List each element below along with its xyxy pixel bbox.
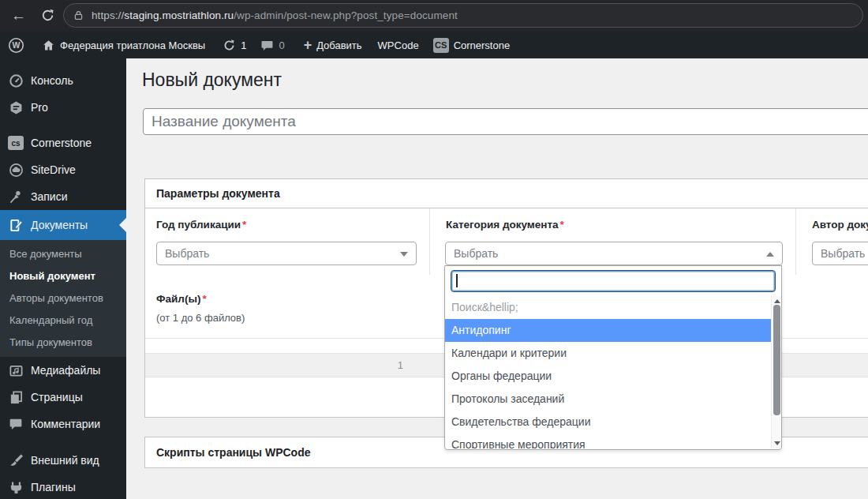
updates-icon	[223, 39, 236, 52]
sidebar-item-label: Записи	[31, 190, 67, 203]
dropdown-search	[451, 270, 776, 292]
column-divider	[795, 208, 796, 275]
chevron-down-icon	[400, 252, 408, 257]
author-select-placeholder: Выбрать	[821, 247, 865, 260]
files-field-label: Файл(ы)*	[156, 293, 207, 305]
sidebar-item-label: Документы	[31, 219, 88, 231]
dropdown-option-sport-events[interactable]: Спортивные мероприятия	[445, 433, 771, 448]
url-scheme: https://	[92, 9, 124, 21]
sidebar-item-label: Медиафайлы	[31, 364, 100, 377]
submenu-item-new-document[interactable]: Новый документ	[0, 265, 126, 287]
plus-icon: +	[304, 39, 312, 51]
url-text: https://staging.mostriathlon.ru/wp-admin…	[92, 9, 458, 21]
pages-icon	[8, 389, 24, 405]
category-select-placeholder: Выбрать	[454, 247, 498, 260]
sidebar-item-label: Страницы	[31, 391, 83, 403]
sidebar-item-pro[interactable]: Pro	[0, 94, 126, 121]
adminbar-cornerstone[interactable]: CS Cornerstone	[433, 38, 511, 53]
sidebar-item-cornerstone[interactable]: cs Cornerstone	[0, 129, 126, 156]
add-new-label: Добавить	[316, 39, 361, 51]
dropdown-option-antidoping[interactable]: Антидопинг	[445, 319, 771, 342]
sidebar-item-pages[interactable]: Страницы	[0, 384, 126, 411]
sidebar-item-label: Консоль	[31, 74, 73, 87]
dropdown-search-input[interactable]	[451, 270, 776, 292]
sidebar-separator	[0, 121, 126, 129]
comments-bubble-icon	[8, 416, 24, 432]
required-mark: *	[560, 219, 564, 231]
files-field-hint: (от 1 до 6 файлов)	[156, 312, 245, 324]
document-edit-icon	[8, 217, 24, 233]
dropdown-option-search-placeholder[interactable]: Поиск&hellip;	[445, 296, 771, 319]
submenu-item-calendar-year[interactable]: Календарный год	[0, 310, 126, 332]
cornerstone-cs-icon: cs	[8, 135, 24, 151]
sidebar-item-appearance[interactable]: Внешний вид	[0, 447, 126, 474]
svg-text:W: W	[13, 40, 21, 50]
dropdown-option-meeting-protocols[interactable]: Протоколы заседаний	[445, 388, 771, 411]
sidebar-item-label: Внешний вид	[31, 454, 99, 467]
sidebar-item-label: SiteDrive	[31, 163, 76, 176]
browser-chrome: ← https://staging.mostriathlon.ru/wp-adm…	[0, 0, 868, 32]
page-title: Новый документ	[142, 69, 282, 91]
sidebar-item-label: Плагины	[31, 481, 76, 493]
pushpin-icon	[8, 189, 24, 204]
lock-icon	[73, 9, 84, 21]
url-path: /wp-admin/post-new.php?post_type=documen…	[234, 9, 458, 21]
wp-admin-bar: W Федерация триатлона Москвы 1 0 + Добав…	[0, 32, 868, 58]
sidebar-item-dashboard[interactable]: Консоль	[0, 67, 126, 94]
dropdown-options-list: Поиск&hellip; Антидопинг Календари и кри…	[445, 296, 771, 448]
documents-submenu: Все документы Новый документ Авторы доку…	[0, 240, 126, 357]
cornerstone-label: Cornerstone	[454, 39, 511, 51]
sidebar-item-posts[interactable]: Записи	[0, 183, 126, 210]
media-icon	[8, 362, 24, 378]
plugin-icon	[8, 479, 24, 495]
author-select[interactable]: Выбрать	[812, 242, 868, 265]
submenu-item-all-documents[interactable]: Все документы	[0, 243, 126, 265]
dashboard-icon	[8, 73, 24, 88]
sidebar-item-media[interactable]: Медиафайлы	[0, 357, 126, 384]
adminbar-site-name: Федерация триатлона Москвы	[60, 39, 205, 51]
adminbar-wpcode[interactable]: WPCode	[378, 39, 419, 51]
sidebar-item-sitedrive[interactable]: SiteDrive	[0, 156, 126, 183]
sidebar-item-comments[interactable]: Комментарии	[0, 411, 126, 437]
adminbar-site-link[interactable]: Федерация триатлона Москвы	[42, 39, 205, 52]
admin-sidebar: Консоль Pro cs Cornerstone SiteDrive Зап…	[0, 58, 126, 499]
dropdown-option-federation-certificates[interactable]: Свидетельства федерации	[445, 411, 771, 433]
required-mark: *	[242, 219, 246, 231]
category-select[interactable]: Выбрать	[445, 242, 783, 265]
document-title-input[interactable]	[143, 108, 868, 135]
adminbar-comments[interactable]: 0	[260, 39, 284, 52]
sidebar-item-label: Cornerstone	[31, 137, 92, 149]
wordpress-logo-icon[interactable]: W	[8, 37, 24, 54]
updates-count: 1	[241, 39, 246, 51]
paintbrush-icon	[8, 452, 24, 468]
text-caret	[456, 274, 458, 287]
dropdown-scrollbar[interactable]	[771, 296, 781, 448]
main-content: Новый документ Параметры документа Год п…	[126, 58, 868, 499]
year-select[interactable]: Выбрать	[156, 242, 417, 265]
chevron-up-icon	[766, 252, 774, 257]
back-icon[interactable]: ←	[11, 6, 26, 26]
url-domain: staging.mostriathlon.ru	[124, 9, 234, 21]
adminbar-updates[interactable]: 1	[223, 39, 246, 52]
scrollbar-down-icon[interactable]	[772, 438, 782, 448]
refresh-icon[interactable]	[39, 7, 56, 27]
sidebar-item-label: Pro	[31, 101, 48, 114]
dropdown-option-calendars[interactable]: Календари и критерии	[445, 342, 771, 365]
adminbar-add-new[interactable]: + Добавить	[304, 39, 362, 51]
row-number-cell: 1	[145, 354, 414, 377]
pro-hexagon-icon	[8, 99, 24, 115]
year-select-placeholder: Выбрать	[165, 247, 209, 260]
wpcode-label: WPCode	[378, 39, 419, 51]
address-bar[interactable]: https://staging.mostriathlon.ru/wp-admin…	[63, 3, 863, 28]
category-field-label: Категория документа*	[446, 219, 564, 231]
sidebar-separator	[0, 437, 126, 447]
sitedrive-cloud-icon	[8, 162, 24, 178]
category-dropdown: Поиск&hellip; Антидопинг Календари и кри…	[444, 265, 782, 450]
sidebar-item-documents[interactable]: Документы	[0, 210, 126, 240]
author-field-label: Автор документа*	[812, 219, 868, 231]
submenu-item-document-types[interactable]: Типы документов	[0, 332, 126, 354]
submenu-item-document-authors[interactable]: Авторы документов	[0, 287, 126, 310]
scrollbar-thumb[interactable]	[773, 305, 780, 415]
dropdown-option-federation-bodies[interactable]: Органы федерации	[445, 365, 771, 388]
sidebar-item-plugins[interactable]: Плагины	[0, 474, 126, 499]
